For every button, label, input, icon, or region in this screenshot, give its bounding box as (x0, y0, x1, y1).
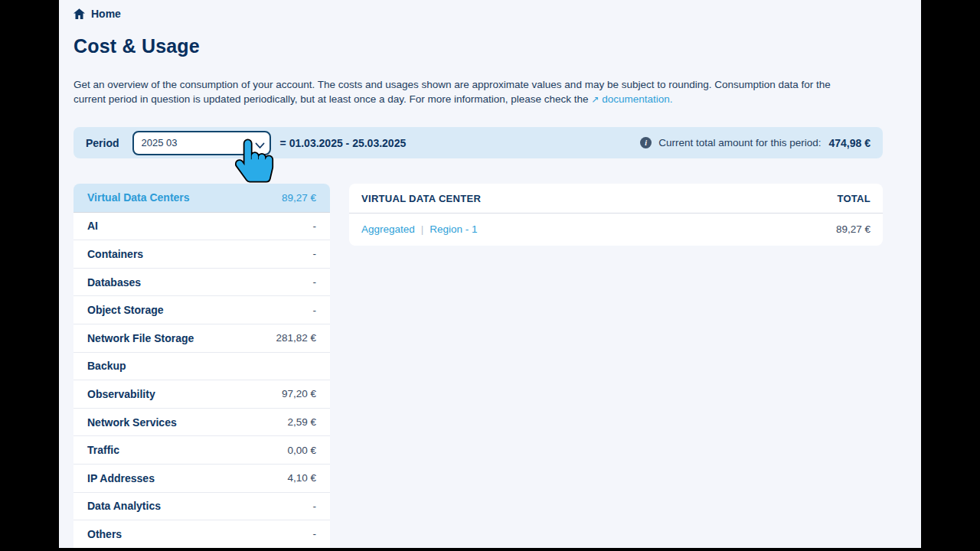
category-row[interactable]: Observability 97,20 € (74, 380, 330, 408)
category-value: - (313, 220, 317, 232)
category-label: Containers (87, 248, 143, 260)
category-row[interactable]: Network Services 2,59 € (74, 408, 330, 436)
category-label: Backup (87, 360, 126, 372)
category-label: Object Storage (87, 304, 164, 316)
category-list: Virtual Data Centers 89,27 € AI - Contai… (74, 184, 330, 548)
vdc-link-region[interactable]: Region - 1 (430, 223, 477, 235)
category-value: 281,82 € (276, 332, 316, 344)
current-total-value: 474,98 € (829, 137, 871, 149)
category-label: Network File Storage (87, 332, 194, 344)
category-value: 89,27 € (282, 192, 316, 204)
category-row[interactable]: Network File Storage 281,82 € (74, 324, 330, 352)
category-label: IP Addresses (87, 472, 155, 484)
category-row[interactable]: AI - (74, 212, 330, 240)
category-row[interactable]: Others - (74, 520, 330, 548)
category-value: 2,59 € (287, 416, 316, 428)
breadcrumb-home[interactable]: Home (74, 8, 121, 20)
vdc-panel-header: VIRTUAL DATA CENTER TOTAL (349, 184, 883, 214)
vdc-header-label: VIRTUAL DATA CENTER (361, 193, 481, 204)
vdc-row-list: Aggregated | Region - 1 89,27 € (349, 214, 883, 244)
period-bar: Period 2025 03 = 01.03.2025 - 25.03.2025… (74, 127, 883, 158)
vdc-link-aggregated[interactable]: Aggregated (361, 223, 415, 235)
category-value: - (313, 305, 317, 316)
period-range-text: = 01.03.2025 - 25.03.2025 (280, 137, 407, 149)
category-label: AI (87, 220, 98, 232)
description-text: Get an overview of the consumption of yo… (74, 79, 831, 105)
category-value: - (313, 276, 317, 288)
period-label: Period (86, 137, 119, 149)
category-row[interactable]: IP Addresses 4,10 € (74, 464, 330, 492)
category-row[interactable]: Backup (74, 352, 330, 380)
letterboxed-frame: Home Cost & Usage Get an overview of the… (0, 0, 980, 551)
current-total-label: Current total amount for this period: (658, 137, 821, 148)
category-row[interactable]: Databases - (74, 268, 330, 296)
home-icon (74, 8, 85, 19)
category-value: 4,10 € (287, 472, 316, 484)
category-row[interactable]: Virtual Data Centers 89,27 € (74, 184, 330, 212)
link-separator: | (421, 223, 424, 235)
category-row[interactable]: Containers - (74, 240, 330, 268)
category-value: - (313, 500, 317, 512)
category-row[interactable]: Data Analytics - (74, 492, 330, 520)
category-value: 97,20 € (282, 388, 316, 399)
total-header-label: TOTAL (837, 193, 871, 204)
app-screen: Home Cost & Usage Get an overview of the… (59, 0, 921, 548)
page-title: Cost & Usage (74, 35, 200, 57)
breadcrumb-label: Home (91, 8, 121, 20)
category-value: 0,00 € (287, 445, 316, 456)
external-link-icon: ↗ (591, 94, 599, 105)
vdc-detail-panel: VIRTUAL DATA CENTER TOTAL Aggregated | R… (349, 184, 883, 246)
category-label: Observability (87, 388, 155, 400)
category-row[interactable]: Traffic 0,00 € (74, 435, 330, 464)
category-label: Network Services (87, 416, 177, 429)
period-select-wrap: 2025 03 (132, 131, 271, 155)
page-description: Get an overview of the consumption of yo… (74, 77, 861, 107)
category-row[interactable]: Object Storage - (74, 295, 330, 324)
category-label: Virtual Data Centers (87, 191, 190, 204)
category-value: - (313, 248, 317, 259)
category-label: Traffic (87, 444, 119, 456)
info-icon[interactable]: i (640, 137, 652, 148)
period-select[interactable]: 2025 03 (132, 131, 271, 155)
category-label: Data Analytics (87, 500, 161, 512)
vdc-row: Aggregated | Region - 1 89,27 € (349, 214, 883, 244)
category-label: Databases (87, 276, 141, 289)
category-label: Others (87, 528, 122, 540)
documentation-link[interactable]: documentation. (602, 93, 672, 105)
category-value: - (313, 528, 317, 540)
vdc-row-total: 89,27 € (836, 223, 871, 235)
